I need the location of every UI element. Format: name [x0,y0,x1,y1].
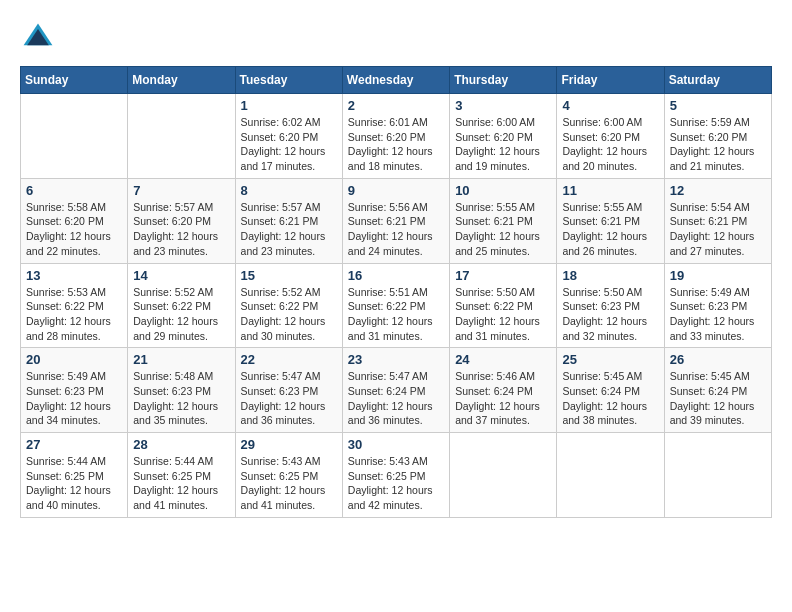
calendar-row: 13Sunrise: 5:53 AMSunset: 6:22 PMDayligh… [21,263,772,348]
day-info: Sunrise: 5:55 AMSunset: 6:21 PMDaylight:… [455,200,551,259]
day-number: 1 [241,98,337,113]
header-cell: Thursday [450,67,557,94]
day-info: Sunrise: 5:47 AMSunset: 6:23 PMDaylight:… [241,369,337,428]
calendar-cell: 12Sunrise: 5:54 AMSunset: 6:21 PMDayligh… [664,178,771,263]
calendar-cell: 10Sunrise: 5:55 AMSunset: 6:21 PMDayligh… [450,178,557,263]
day-number: 29 [241,437,337,452]
calendar-cell [664,433,771,518]
day-info: Sunrise: 5:59 AMSunset: 6:20 PMDaylight:… [670,115,766,174]
header-cell: Saturday [664,67,771,94]
calendar-body: 1Sunrise: 6:02 AMSunset: 6:20 PMDaylight… [21,94,772,518]
day-info: Sunrise: 5:52 AMSunset: 6:22 PMDaylight:… [241,285,337,344]
calendar-cell: 9Sunrise: 5:56 AMSunset: 6:21 PMDaylight… [342,178,449,263]
calendar-cell: 27Sunrise: 5:44 AMSunset: 6:25 PMDayligh… [21,433,128,518]
day-number: 30 [348,437,444,452]
day-info: Sunrise: 5:50 AMSunset: 6:22 PMDaylight:… [455,285,551,344]
day-number: 22 [241,352,337,367]
calendar-cell: 6Sunrise: 5:58 AMSunset: 6:20 PMDaylight… [21,178,128,263]
day-number: 17 [455,268,551,283]
day-number: 18 [562,268,658,283]
day-number: 7 [133,183,229,198]
calendar-header: SundayMondayTuesdayWednesdayThursdayFrid… [21,67,772,94]
day-number: 15 [241,268,337,283]
calendar-cell: 16Sunrise: 5:51 AMSunset: 6:22 PMDayligh… [342,263,449,348]
day-number: 6 [26,183,122,198]
calendar-cell: 26Sunrise: 5:45 AMSunset: 6:24 PMDayligh… [664,348,771,433]
day-number: 20 [26,352,122,367]
day-number: 16 [348,268,444,283]
day-info: Sunrise: 5:56 AMSunset: 6:21 PMDaylight:… [348,200,444,259]
calendar-row: 27Sunrise: 5:44 AMSunset: 6:25 PMDayligh… [21,433,772,518]
calendar-cell: 20Sunrise: 5:49 AMSunset: 6:23 PMDayligh… [21,348,128,433]
day-number: 5 [670,98,766,113]
calendar-cell: 5Sunrise: 5:59 AMSunset: 6:20 PMDaylight… [664,94,771,179]
day-info: Sunrise: 5:49 AMSunset: 6:23 PMDaylight:… [26,369,122,428]
calendar-cell: 13Sunrise: 5:53 AMSunset: 6:22 PMDayligh… [21,263,128,348]
calendar-cell: 11Sunrise: 5:55 AMSunset: 6:21 PMDayligh… [557,178,664,263]
day-info: Sunrise: 5:47 AMSunset: 6:24 PMDaylight:… [348,369,444,428]
day-number: 25 [562,352,658,367]
day-info: Sunrise: 5:48 AMSunset: 6:23 PMDaylight:… [133,369,229,428]
calendar-cell: 1Sunrise: 6:02 AMSunset: 6:20 PMDaylight… [235,94,342,179]
day-info: Sunrise: 5:53 AMSunset: 6:22 PMDaylight:… [26,285,122,344]
calendar-cell: 7Sunrise: 5:57 AMSunset: 6:20 PMDaylight… [128,178,235,263]
day-number: 10 [455,183,551,198]
day-info: Sunrise: 5:57 AMSunset: 6:21 PMDaylight:… [241,200,337,259]
day-info: Sunrise: 5:58 AMSunset: 6:20 PMDaylight:… [26,200,122,259]
calendar-cell: 30Sunrise: 5:43 AMSunset: 6:25 PMDayligh… [342,433,449,518]
day-number: 24 [455,352,551,367]
calendar-cell: 4Sunrise: 6:00 AMSunset: 6:20 PMDaylight… [557,94,664,179]
calendar-cell: 28Sunrise: 5:44 AMSunset: 6:25 PMDayligh… [128,433,235,518]
calendar-cell: 2Sunrise: 6:01 AMSunset: 6:20 PMDaylight… [342,94,449,179]
calendar-cell [128,94,235,179]
day-number: 13 [26,268,122,283]
calendar-cell [557,433,664,518]
day-number: 27 [26,437,122,452]
calendar-cell: 15Sunrise: 5:52 AMSunset: 6:22 PMDayligh… [235,263,342,348]
day-info: Sunrise: 5:50 AMSunset: 6:23 PMDaylight:… [562,285,658,344]
calendar-cell: 21Sunrise: 5:48 AMSunset: 6:23 PMDayligh… [128,348,235,433]
calendar-cell: 22Sunrise: 5:47 AMSunset: 6:23 PMDayligh… [235,348,342,433]
calendar-cell [21,94,128,179]
header-cell: Wednesday [342,67,449,94]
day-info: Sunrise: 5:57 AMSunset: 6:20 PMDaylight:… [133,200,229,259]
day-info: Sunrise: 5:45 AMSunset: 6:24 PMDaylight:… [562,369,658,428]
day-info: Sunrise: 5:44 AMSunset: 6:25 PMDaylight:… [26,454,122,513]
day-info: Sunrise: 5:45 AMSunset: 6:24 PMDaylight:… [670,369,766,428]
header-cell: Sunday [21,67,128,94]
day-number: 26 [670,352,766,367]
day-number: 12 [670,183,766,198]
day-info: Sunrise: 5:51 AMSunset: 6:22 PMDaylight:… [348,285,444,344]
header-cell: Monday [128,67,235,94]
calendar-cell: 23Sunrise: 5:47 AMSunset: 6:24 PMDayligh… [342,348,449,433]
day-number: 21 [133,352,229,367]
calendar-cell: 29Sunrise: 5:43 AMSunset: 6:25 PMDayligh… [235,433,342,518]
calendar-cell: 17Sunrise: 5:50 AMSunset: 6:22 PMDayligh… [450,263,557,348]
day-info: Sunrise: 6:02 AMSunset: 6:20 PMDaylight:… [241,115,337,174]
header-cell: Friday [557,67,664,94]
day-info: Sunrise: 5:46 AMSunset: 6:24 PMDaylight:… [455,369,551,428]
day-number: 3 [455,98,551,113]
day-info: Sunrise: 5:55 AMSunset: 6:21 PMDaylight:… [562,200,658,259]
calendar-row: 1Sunrise: 6:02 AMSunset: 6:20 PMDaylight… [21,94,772,179]
day-number: 14 [133,268,229,283]
calendar-row: 6Sunrise: 5:58 AMSunset: 6:20 PMDaylight… [21,178,772,263]
day-info: Sunrise: 5:43 AMSunset: 6:25 PMDaylight:… [348,454,444,513]
day-number: 11 [562,183,658,198]
day-info: Sunrise: 6:00 AMSunset: 6:20 PMDaylight:… [562,115,658,174]
calendar-cell: 18Sunrise: 5:50 AMSunset: 6:23 PMDayligh… [557,263,664,348]
day-info: Sunrise: 5:52 AMSunset: 6:22 PMDaylight:… [133,285,229,344]
day-number: 19 [670,268,766,283]
header-row: SundayMondayTuesdayWednesdayThursdayFrid… [21,67,772,94]
day-number: 8 [241,183,337,198]
day-info: Sunrise: 5:43 AMSunset: 6:25 PMDaylight:… [241,454,337,513]
calendar-cell: 8Sunrise: 5:57 AMSunset: 6:21 PMDaylight… [235,178,342,263]
day-info: Sunrise: 5:44 AMSunset: 6:25 PMDaylight:… [133,454,229,513]
calendar-cell [450,433,557,518]
day-info: Sunrise: 5:54 AMSunset: 6:21 PMDaylight:… [670,200,766,259]
day-number: 23 [348,352,444,367]
calendar-cell: 25Sunrise: 5:45 AMSunset: 6:24 PMDayligh… [557,348,664,433]
day-info: Sunrise: 5:49 AMSunset: 6:23 PMDaylight:… [670,285,766,344]
header-cell: Tuesday [235,67,342,94]
day-info: Sunrise: 6:01 AMSunset: 6:20 PMDaylight:… [348,115,444,174]
